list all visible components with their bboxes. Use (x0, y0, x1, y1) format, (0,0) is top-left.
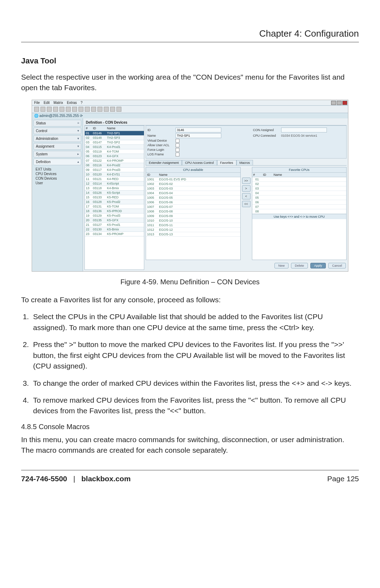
device-row[interactable]: 1503133K5-RED (85, 195, 144, 199)
device-row[interactable]: 0703122K4-PROMP (85, 158, 144, 163)
device-row[interactable]: 1803136K5-IPROD (85, 209, 144, 213)
nav-control[interactable]: Control▾ (33, 128, 81, 134)
remove-all-button[interactable]: << (242, 201, 251, 207)
cpu-available-row[interactable]: 1010EGOS-10 (146, 218, 240, 223)
new-button[interactable]: New (274, 263, 289, 268)
toolbar-icon[interactable] (97, 107, 102, 112)
tree-cpu-devices[interactable]: CPU Devices (36, 172, 81, 176)
device-row[interactable]: 0603123K4-GFX (85, 154, 144, 158)
add-all-button[interactable]: >> (242, 178, 251, 184)
device-row[interactable]: 1703131K5-TOM (85, 204, 144, 209)
cpu-available-row[interactable]: 1012EGOS-12 (146, 227, 240, 232)
device-row[interactable]: 2203130K5-Bmix (85, 227, 144, 231)
device-row[interactable]: 1603128K5-Prod2 (85, 199, 144, 204)
cpu-available-row[interactable]: 1011EGOS-11 (146, 223, 240, 227)
device-row[interactable]: 0203148TH2-SP3 (85, 135, 144, 140)
cancel-button[interactable]: Cancel (328, 263, 346, 268)
menu-matrix[interactable]: Matrix (53, 101, 63, 105)
tree-con-devices[interactable]: CON Devices (36, 176, 81, 181)
apply-button[interactable]: Apply (310, 263, 326, 268)
device-row[interactable]: 0503119K4-TOM (85, 149, 144, 154)
device-row[interactable]: 0803116K4-Prod2 (85, 163, 144, 167)
nav-system[interactable]: System▸ (33, 151, 81, 157)
nav-assignment[interactable]: Assignment▾ (33, 143, 81, 150)
device-row[interactable]: 2103127K5-Prod1 (85, 222, 144, 227)
add-button[interactable]: > (242, 185, 251, 192)
remove-button[interactable]: < (242, 193, 251, 199)
checkbox-force-login[interactable] (176, 148, 179, 152)
favorite-cpu-row[interactable]: 03 (252, 186, 347, 191)
favorite-cpu-row[interactable]: 05 (252, 195, 347, 200)
favorite-cpu-row[interactable]: 04 (252, 191, 347, 195)
device-row[interactable]: 0903117K4-Prod3 (85, 167, 144, 172)
device-row[interactable]: 0103146TH2-SP1 (85, 131, 144, 135)
tab-cpu-access-control[interactable]: CPU Access Control (182, 160, 217, 165)
favorite-cpu-row[interactable]: 02 (252, 181, 347, 186)
window-minimize-icon[interactable] (331, 101, 336, 105)
cpu-available-list[interactable]: CPU available ID Name 1001EGOS-01 EVS IP… (146, 167, 241, 260)
cpu-available-row[interactable]: 1009EGOS-09 (146, 213, 240, 218)
cpu-available-row[interactable]: 1006EGOS-06 (146, 200, 240, 204)
favorite-cpu-row[interactable]: 07 (252, 204, 347, 209)
input-name[interactable] (176, 133, 221, 138)
menu-extras[interactable]: Extras (67, 101, 77, 105)
checkbox-allow-user-acl[interactable] (176, 143, 179, 147)
cpu-available-row[interactable]: 1007EGOS-07 (146, 204, 240, 209)
device-row[interactable]: 1103121K4-RED (85, 177, 144, 181)
device-row[interactable]: 1903129K5-Prod3 (85, 213, 144, 218)
device-row[interactable]: 1403126K5-Script (85, 190, 144, 195)
window-close-icon[interactable] (342, 101, 347, 105)
input-id[interactable] (176, 128, 221, 132)
nav-definition[interactable]: Definition▴ (33, 159, 81, 165)
tab-macros[interactable]: Macros (236, 160, 253, 165)
device-row[interactable]: 1003120K4-EVS1 (85, 172, 144, 177)
cpu-available-row[interactable]: 1003EGOS-03 (146, 186, 240, 191)
cpu-available-row[interactable]: 1008EGOS-08 (146, 209, 240, 213)
toolbar-icon[interactable] (47, 107, 52, 112)
device-list[interactable]: # ID Name 0103146TH2-SP10203148TH2-SP303… (84, 125, 144, 270)
toolbar-icon[interactable] (85, 107, 90, 112)
device-row[interactable]: 2303134K5-PROMP (85, 231, 144, 236)
menu-file[interactable]: File (34, 101, 40, 105)
toolbar-icon[interactable] (53, 107, 58, 112)
toolbar-icon[interactable] (91, 107, 96, 112)
cpu-available-row[interactable]: 1004EGOS-04 (146, 191, 240, 195)
input-con-assigned[interactable] (281, 128, 327, 132)
menu-edit[interactable]: Edit (44, 101, 50, 105)
favorite-cpu-row[interactable]: 08 (252, 209, 347, 213)
device-row[interactable]: 1203114K4Script (85, 181, 144, 186)
col-id[interactable]: ID (92, 126, 106, 131)
device-row[interactable]: 0303147TH2-SP2 (85, 140, 144, 144)
favorite-cpu-row[interactable]: 06 (252, 200, 347, 204)
device-row[interactable]: 2003135K5-GFX (85, 218, 144, 222)
cpu-available-row[interactable]: 1002EGOS-02 (146, 181, 240, 186)
nav-administration[interactable]: Administration▾ (33, 135, 81, 142)
toolbar-icon[interactable] (66, 107, 71, 112)
toolbar-icon[interactable] (59, 107, 64, 112)
cpu-available-row[interactable]: 1005EGOS-05 (146, 195, 240, 200)
toolbar-icon[interactable] (110, 107, 115, 112)
nav-status[interactable]: Status≡ (33, 120, 81, 126)
cpu-available-row[interactable]: 1001EGOS-01 EVS IPD (146, 177, 240, 181)
col-name[interactable]: Name (106, 126, 144, 131)
toolbar-icon[interactable] (104, 107, 109, 112)
toolbar-icon[interactable] (116, 107, 121, 112)
tab-extender-assignment[interactable]: Extender Assignment (146, 160, 182, 165)
window-maximize-icon[interactable] (337, 101, 342, 105)
toolbar-icon[interactable] (40, 107, 45, 112)
menu-help[interactable]: ? (81, 101, 83, 105)
device-row[interactable]: 0403115K4-Prod1 (85, 144, 144, 149)
tree-user[interactable]: User (36, 181, 81, 185)
delete-button[interactable]: Delete (291, 263, 308, 268)
toolbar-icon[interactable] (78, 107, 83, 112)
cpu-available-row[interactable]: 1013EGOS-13 (146, 232, 240, 236)
toolbar-icon[interactable] (72, 107, 77, 112)
tree-ext-units[interactable]: EXT Units (36, 167, 81, 172)
checkbox-los-frame[interactable] (176, 153, 179, 156)
device-row[interactable]: 1303118K4-Bmix (85, 186, 144, 190)
toolbar-icon[interactable] (34, 107, 39, 112)
favorite-cpu-row[interactable]: 01 (252, 177, 347, 181)
favorite-cpus-list[interactable]: Favorite CPUs # ID Name 0102030405060708… (252, 167, 347, 260)
col-num[interactable]: # (85, 126, 92, 131)
checkbox-virtual-device[interactable] (176, 139, 179, 143)
